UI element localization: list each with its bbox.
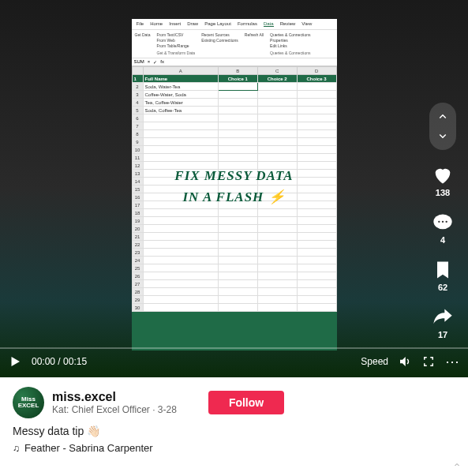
ribbon-from-web: From Web: [157, 38, 196, 43]
ribbon-tabs: File Home Insert Draw Page Layout Formul…: [132, 19, 337, 30]
like-count: 138: [436, 188, 450, 197]
more-options-icon[interactable]: ⋯: [445, 353, 460, 370]
share-button[interactable]: 17: [432, 306, 454, 339]
save-button[interactable]: 62: [432, 259, 454, 292]
bookmark-icon: [432, 259, 454, 281]
tab-formulas: Formulas: [238, 21, 257, 27]
tab-file: File: [137, 21, 144, 27]
formula-bar: SUM ×✓ fx: [132, 58, 337, 66]
video-caption: Messy data tip 👋🏻: [0, 425, 468, 442]
play-icon[interactable]: [8, 354, 22, 369]
user-subline: Kat: Chief Excel Officer · 3-28: [52, 404, 177, 415]
svg-point-3: [446, 221, 447, 223]
tab-data: Data: [264, 21, 274, 27]
comment-count: 4: [440, 235, 445, 245]
name-box: SUM: [134, 59, 144, 65]
ribbon-get-data: Get Data: [135, 32, 151, 37]
col-head: C: [257, 67, 297, 75]
share-icon: [432, 306, 454, 328]
scroll-arrows[interactable]: [429, 103, 456, 150]
ribbon-properties: Properties: [270, 38, 310, 43]
music-row[interactable]: ♫ Feather - Sabrina Carpenter: [0, 442, 468, 454]
username[interactable]: miss.excel: [52, 390, 177, 404]
time-display: 00:00 / 00:15: [32, 356, 87, 367]
excel-screenshot: File Home Insert Draw Page Layout Formul…: [132, 19, 337, 350]
comment-button[interactable]: 4: [432, 212, 454, 245]
chevron-up-icon: [436, 110, 450, 124]
chevron-down-icon: [436, 129, 450, 143]
share-count: 17: [438, 330, 447, 339]
tab-insert: Insert: [169, 21, 181, 27]
player-controls: 00:00 / 00:15 Speed ⋯: [0, 346, 468, 377]
avatar[interactable]: Miss EXCEL: [13, 387, 44, 418]
save-count: 62: [438, 283, 447, 292]
heart-icon: [432, 164, 454, 186]
video-player[interactable]: File Home Insert Draw Page Layout Formul…: [0, 0, 468, 377]
fullscreen-icon[interactable]: [421, 354, 436, 369]
ribbon-existing-conn: Existing Connections: [201, 38, 238, 43]
ribbon-from-text: From Text/CSV: [157, 32, 196, 37]
tab-page-layout: Page Layout: [204, 21, 231, 27]
fx-label: fx: [160, 59, 164, 65]
ribbon-recent-sources: Recent Sources: [201, 32, 238, 37]
ribbon-refresh: Refresh All: [245, 32, 264, 37]
tab-review: Review: [280, 21, 296, 27]
ribbon-from-table: From Table/Range: [157, 43, 196, 48]
ribbon-group1-label: Get & Transform Data: [157, 51, 196, 55]
follow-button[interactable]: Follow: [208, 391, 284, 414]
engagement-rail: 138 4 62 17: [427, 103, 459, 339]
author-row: Miss EXCEL miss.excel Kat: Chief Excel O…: [0, 377, 468, 425]
tab-home: Home: [150, 21, 163, 27]
spreadsheet-grid: ABCD1Full NameChoice 1Choice 2Choice 32S…: [132, 66, 337, 312]
comment-icon: [432, 212, 454, 234]
ribbon-group3-label: Queries & Connections: [270, 51, 310, 55]
svg-point-2: [442, 221, 444, 223]
volume-icon[interactable]: [398, 354, 412, 369]
like-button[interactable]: 138: [432, 164, 454, 197]
tab-draw: Draw: [187, 21, 198, 27]
tab-view: View: [301, 21, 312, 27]
music-note-icon: ♫: [13, 443, 20, 454]
music-title: Feather - Sabrina Carpenter: [24, 442, 153, 454]
ribbon-queries: Queries & Connections: [270, 32, 310, 37]
excel-ribbon: File Home Insert Draw Page Layout Formul…: [132, 19, 337, 58]
svg-point-1: [438, 221, 440, 223]
speed-button[interactable]: Speed: [361, 356, 388, 367]
col-head: A: [143, 67, 218, 75]
ribbon-edit-links: Edit Links: [270, 43, 310, 48]
col-head: B: [218, 67, 257, 75]
expand-chevron-icon[interactable]: [452, 460, 462, 470]
col-head: D: [297, 67, 336, 75]
